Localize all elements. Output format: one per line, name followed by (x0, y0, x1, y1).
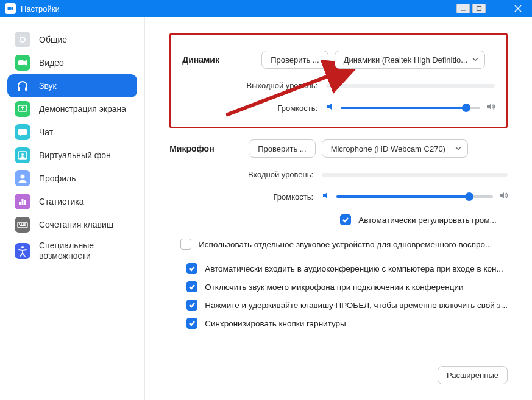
sidebar-label: Специальные возможности (39, 240, 130, 261)
test-speaker-button[interactable]: Проверить ... (261, 51, 328, 69)
virtual-bg-icon (15, 147, 30, 163)
stats-icon (15, 194, 30, 209)
sidebar: Общие Видео Звук Демонстрация экрана Чат… (0, 17, 145, 400)
sidebar-label: Общие (39, 35, 67, 44)
speaker-device-select[interactable]: Динамики (Realtek High Definitio... (335, 51, 485, 69)
share-screen-icon (15, 101, 30, 117)
accessibility-icon (15, 243, 30, 259)
svg-point-15 (21, 153, 24, 156)
mic-device-select[interactable]: Microphone (HD Webcam C270) (322, 139, 468, 158)
auto-join-audio-checkbox[interactable] (186, 263, 197, 274)
test-mic-button[interactable]: Проверить ... (249, 139, 315, 158)
mute-on-join-label: Отключить звук моего микрофона при подкл… (205, 282, 463, 292)
sidebar-item-statistics[interactable]: Статистика (7, 190, 137, 213)
chat-icon (15, 124, 30, 140)
mic-input-level-meter (322, 173, 508, 177)
speaker-highlight: Динамик Проверить ... Динамики (Realtek … (169, 33, 508, 128)
speaker-volume-label: Громкость: (182, 104, 326, 113)
volume-low-icon (326, 102, 335, 113)
app-logo-icon (5, 3, 16, 14)
mic-section-label: Микрофон (169, 144, 249, 153)
auto-adjust-mic-label: Автоматически регулировать гром... (358, 216, 497, 225)
chevron-down-icon (455, 144, 461, 153)
sidebar-item-video[interactable]: Видео (7, 51, 137, 74)
sidebar-label: Виртуальный фон (39, 150, 111, 160)
sidebar-item-general[interactable]: Общие (7, 28, 137, 51)
sync-headset-checkbox[interactable] (186, 318, 197, 329)
space-unmute-checkbox[interactable] (186, 300, 197, 311)
speaker-section-label: Динамик (182, 55, 261, 65)
svg-rect-20 (22, 199, 24, 205)
minimize-window-button[interactable] (456, 4, 470, 13)
input-level-label: Входной уровень: (169, 170, 322, 179)
window-title: Настройки (21, 4, 60, 13)
mute-on-join-checkbox[interactable] (186, 281, 197, 292)
sidebar-label: Профиль (39, 174, 76, 183)
sync-headset-label: Синхронизировать кнопки гарнитуры (205, 319, 346, 328)
svg-point-17 (21, 175, 25, 179)
mic-volume-slider[interactable] (336, 195, 493, 198)
speaker-volume-slider[interactable] (341, 107, 480, 109)
sidebar-item-virtual-bg[interactable]: Виртуальный фон (7, 144, 137, 167)
svg-rect-22 (15, 217, 30, 233)
main-panel: Динамик Проверить ... Динамики (Realtek … (145, 17, 532, 400)
keyboard-icon (15, 217, 30, 233)
video-icon (15, 55, 30, 71)
sidebar-item-accessibility[interactable]: Специальные возможности (7, 236, 137, 265)
sidebar-item-share-screen[interactable]: Демонстрация экрана (7, 97, 137, 121)
profile-icon (15, 170, 30, 186)
svg-rect-0 (8, 7, 12, 10)
svg-rect-21 (24, 200, 26, 205)
volume-high-icon (499, 191, 508, 202)
auto-join-audio-label: Автоматически входить в аудиоконференцию… (205, 264, 503, 273)
separate-device-checkbox[interactable] (180, 239, 191, 250)
sidebar-label: Демонстрация экрана (39, 104, 126, 114)
auto-adjust-mic-checkbox[interactable] (340, 214, 351, 225)
close-window-button[interactable] (504, 0, 532, 17)
sidebar-item-shortcuts[interactable]: Сочетания клавиш (7, 213, 137, 236)
advanced-button[interactable]: Расширенные (438, 366, 508, 384)
sidebar-item-chat[interactable]: Чат (7, 121, 137, 144)
gear-icon (15, 32, 30, 47)
volume-high-icon (486, 102, 495, 113)
sidebar-label: Статистика (39, 197, 84, 206)
volume-low-icon (322, 191, 330, 202)
svg-point-30 (21, 246, 24, 248)
svg-rect-7 (18, 60, 24, 65)
mic-volume-label: Громкость: (169, 192, 322, 202)
svg-rect-2 (477, 7, 481, 11)
space-unmute-label: Нажмите и удерживайте клавишу ПРОБЕЛ, чт… (205, 301, 508, 310)
titlebar: Настройки (0, 0, 532, 17)
svg-rect-8 (18, 87, 20, 91)
svg-rect-19 (19, 202, 21, 205)
sidebar-label: Звук (39, 81, 57, 91)
svg-rect-9 (25, 87, 27, 91)
sidebar-item-profile[interactable]: Профиль (7, 167, 137, 190)
sidebar-label: Видео (39, 58, 64, 68)
chevron-down-icon (472, 55, 478, 65)
sidebar-label: Сочетания клавиш (39, 220, 113, 230)
svg-rect-3 (15, 32, 30, 47)
window-state-buttons (456, 4, 486, 13)
maximize-window-button[interactable] (472, 4, 486, 13)
separate-device-label: Использовать отдельное звуковое устройст… (199, 240, 492, 249)
headphones-icon (15, 78, 30, 94)
output-level-label: Выходной уровень: (182, 81, 326, 90)
sidebar-item-audio[interactable]: Звук (7, 74, 137, 97)
speaker-output-level-meter (326, 84, 495, 88)
sidebar-label: Чат (39, 127, 53, 137)
